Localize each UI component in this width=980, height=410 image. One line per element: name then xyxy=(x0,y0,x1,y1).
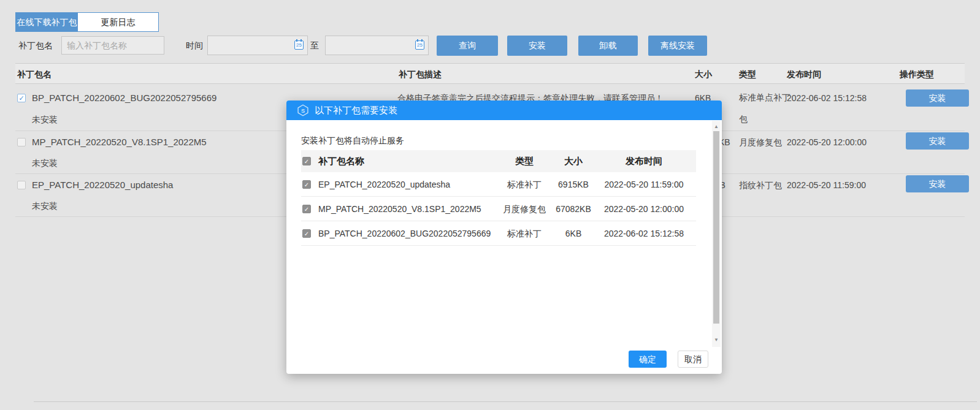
patch-release-time: 2022-05-20 12:00:00 xyxy=(787,137,867,147)
dialog-title: 以下补丁包需要安装 xyxy=(315,101,397,120)
row-checkbox-checked[interactable]: ✓ xyxy=(17,94,26,102)
patch-name-input[interactable] xyxy=(61,36,164,55)
col-header-description: 补丁包描述 xyxy=(399,64,442,85)
date-to-input[interactable]: 25 xyxy=(325,36,429,55)
to-label: 至 xyxy=(310,36,319,55)
patch-status: 未安装 xyxy=(32,201,58,211)
patch-type: 指纹补丁包 xyxy=(739,180,782,190)
tab-group: 在线下载补丁包 更新日志 xyxy=(15,12,159,32)
col-header-release-time: 发布时间 xyxy=(787,64,821,85)
date-from-input[interactable]: 25 xyxy=(207,36,308,55)
dialog-select-all-checkbox[interactable]: ✓ xyxy=(302,157,311,165)
dialog-warning-text: 安装补丁包将自动停止服务 xyxy=(301,133,404,148)
shield-badge-icon: S xyxy=(297,104,309,116)
confirm-button[interactable]: 确定 xyxy=(629,351,667,368)
dialog-patch-name: BP_PATCH_20220602_BUG2022052795669 xyxy=(318,221,491,246)
cancel-button[interactable]: 取消 xyxy=(678,351,708,368)
patch-release-time: 2022-05-20 11:59:00 xyxy=(787,180,866,190)
dialog-header: S 以下补丁包需要安装 xyxy=(286,101,722,120)
patch-status: 未安装 xyxy=(32,115,58,124)
tab-update-log[interactable]: 更新日志 xyxy=(78,13,158,31)
dialog-patch-name: MP_PATCH_20220520_V8.1SP1_2022M5 xyxy=(318,197,481,221)
table-header-row: 补丁包名 补丁包描述 大小 类型 发布时间 操作类型 xyxy=(15,63,965,84)
calendar-icon[interactable]: 25 xyxy=(415,40,424,50)
time-label: 时间 xyxy=(186,36,203,55)
dialog-col-name: 补丁包名称 xyxy=(318,150,364,172)
offline-install-button[interactable]: 离线安装 xyxy=(648,36,707,56)
svg-text:S: S xyxy=(301,108,305,114)
col-header-action: 操作类型 xyxy=(900,64,934,85)
row-install-button[interactable]: 安装 xyxy=(906,89,969,107)
patch-name: EP_PATCH_20220520_updatesha xyxy=(32,180,173,190)
patch-name-label: 补丁包名 xyxy=(18,36,53,55)
col-header-name: 补丁包名 xyxy=(17,64,52,85)
calendar-icon[interactable]: 25 xyxy=(294,40,304,50)
dialog-patch-name: EP_PATCH_20220520_updatesha xyxy=(318,172,450,197)
dialog-col-release-time: 发布时间 xyxy=(595,150,693,172)
dialog-scrollbar-thumb[interactable] xyxy=(713,131,719,324)
uninstall-button[interactable]: 卸载 xyxy=(578,36,638,56)
query-button[interactable]: 查询 xyxy=(437,36,498,56)
patch-manager-screen: 在线下载补丁包 更新日志 补丁包名 时间 25 至 25 查询 安装 卸载 离线… xyxy=(0,0,980,410)
scroll-up-icon[interactable]: ▲ xyxy=(712,123,721,131)
dialog-patch-release-time: 2022-05-20 12:00:00 xyxy=(595,197,693,221)
patch-type: 月度修复包 xyxy=(739,137,782,147)
scroll-down-icon[interactable]: ▼ xyxy=(712,336,721,344)
col-header-type: 类型 xyxy=(739,64,756,85)
patch-status: 未安装 xyxy=(32,158,58,168)
dialog-patch-release-time: 2022-06-02 15:12:58 xyxy=(595,221,693,246)
install-confirm-dialog: S 以下补丁包需要安装 安装补丁包将自动停止服务 ✓ 补丁包名称 类型 大小 发… xyxy=(286,101,722,374)
tab-online-download-patch[interactable]: 在线下载补丁包 xyxy=(16,13,78,31)
row-install-button[interactable]: 安装 xyxy=(906,132,969,150)
row-checkbox-unchecked[interactable] xyxy=(17,138,26,146)
row-install-button[interactable]: 安装 xyxy=(906,175,969,192)
page-bottom-divider xyxy=(34,401,977,402)
dialog-row-checkbox[interactable]: ✓ xyxy=(302,180,311,189)
dialog-row-checkbox[interactable]: ✓ xyxy=(302,229,311,238)
patch-name: MP_PATCH_20220520_V8.1SP1_2022M5 xyxy=(32,137,207,147)
dialog-row-checkbox[interactable]: ✓ xyxy=(302,205,311,213)
patch-release-time: 2022-06-02 15:12:58 xyxy=(787,93,867,103)
row-checkbox-unchecked[interactable] xyxy=(17,181,26,189)
col-header-size: 大小 xyxy=(695,64,712,85)
patch-name: BP_PATCH_20220602_BUG2022052795669 xyxy=(32,93,216,103)
install-button[interactable]: 安装 xyxy=(507,36,567,56)
dialog-patch-release-time: 2022-05-20 11:59:00 xyxy=(595,172,693,197)
